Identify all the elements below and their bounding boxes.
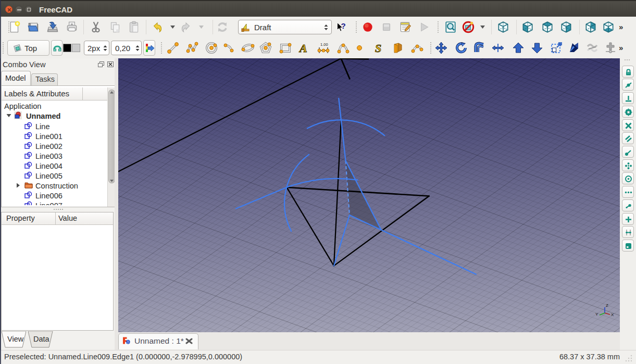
svg-text:1.00: 1.00 [320, 42, 328, 47]
svg-text:A: A [298, 42, 307, 55]
svg-text:?: ? [341, 21, 345, 30]
svg-text:View: View [7, 335, 24, 343]
svg-text:S: S [375, 42, 381, 55]
svg-text:X: X [611, 312, 614, 317]
svg-text:Z: Z [606, 303, 608, 308]
svg-text:Data: Data [33, 335, 50, 343]
svg-text:Y: Y [595, 312, 598, 317]
